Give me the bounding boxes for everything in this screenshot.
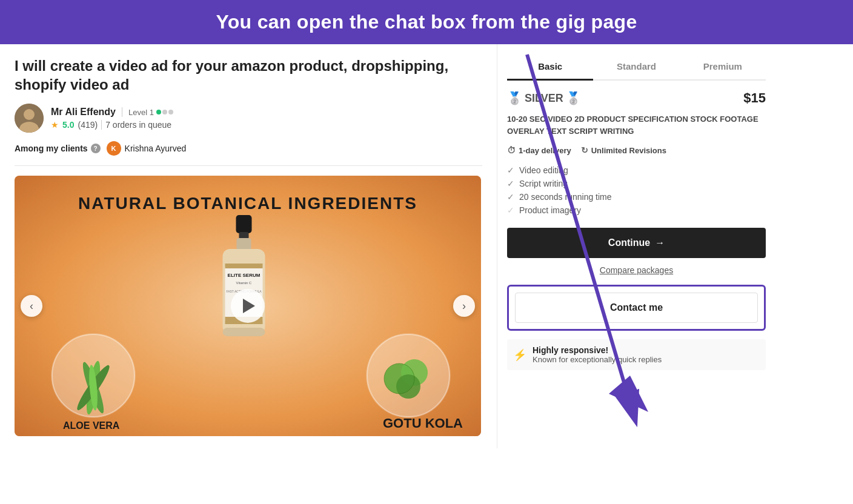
image-area: NATURAL BOTANICAL INGREDIENTS bbox=[15, 176, 481, 436]
review-count: (419) bbox=[78, 120, 98, 130]
contact-button[interactable]: Contact me bbox=[515, 293, 758, 323]
tab-standard[interactable]: Standard bbox=[593, 54, 679, 81]
features-list: ✓ Video editing ✓ Script writing ✓ 20 se… bbox=[507, 164, 766, 217]
feature-item: ✓ Script writing bbox=[507, 177, 766, 190]
price: $15 bbox=[743, 90, 766, 106]
dot-1 bbox=[156, 110, 161, 114]
seller-info: Mr Ali Effendy Level 1 ★ bbox=[15, 104, 482, 133]
svg-point-22 bbox=[396, 374, 420, 399]
product-bottle: ELITE SERUM Vitamin C FAST ACTING FORMUL… bbox=[205, 215, 284, 360]
plant-circle-left bbox=[51, 333, 136, 418]
seller-details: Mr Ali Effendy Level 1 ★ bbox=[51, 107, 173, 130]
responsive-badge: ⚡ Highly responsive! Known for exception… bbox=[507, 339, 766, 370]
dot-2 bbox=[162, 110, 167, 114]
silver-badge: 🥈 SILVER 🥈 bbox=[507, 91, 581, 105]
responsive-title: Highly responsive! bbox=[533, 345, 662, 355]
feature-item: ✓ 20 seconds running time bbox=[507, 190, 766, 204]
right-panel: Basic Standard Premium 🥈 SILVER 🥈 $15 10… bbox=[497, 44, 775, 448]
orders-queue: 7 orders in queue bbox=[105, 120, 171, 130]
gig-title: I will create a video ad for your amazon… bbox=[15, 56, 482, 94]
package-desc: 10-20 SEC VIDEO 2D PRODUCT SPECIFICATION… bbox=[507, 113, 766, 137]
banner-text: You can open the chat box from the gig p… bbox=[216, 11, 637, 33]
divider bbox=[122, 107, 122, 117]
seller-name-row: Mr Ali Effendy Level 1 bbox=[51, 107, 173, 118]
svg-text:Vitamin C: Vitamin C bbox=[236, 281, 253, 285]
prev-arrow[interactable]: ‹ bbox=[21, 295, 42, 317]
package-header: 🥈 SILVER 🥈 $15 bbox=[507, 90, 766, 106]
dot-3 bbox=[168, 110, 173, 114]
continue-button[interactable]: Continue → bbox=[507, 228, 766, 258]
plant-label-left: ALOE VERA bbox=[63, 420, 119, 431]
svg-rect-13 bbox=[223, 328, 265, 336]
client-avatar: K bbox=[107, 141, 121, 156]
medal-icon-2: 🥈 bbox=[566, 91, 581, 105]
star-icon: ★ bbox=[51, 120, 59, 130]
client-badge: K Krishna Ayurved bbox=[107, 141, 187, 156]
revisions-meta: ↻ Unlimited Revisions bbox=[581, 145, 666, 155]
contact-btn-container: Contact me bbox=[507, 285, 766, 331]
package-tabs: Basic Standard Premium bbox=[507, 54, 766, 81]
feature-item: ✓ Video editing bbox=[507, 164, 766, 177]
left-panel: I will create a video ad for your amazon… bbox=[0, 44, 497, 448]
check-icon-inactive: ✓ bbox=[507, 205, 514, 215]
svg-rect-5 bbox=[237, 238, 251, 250]
main-content: I will create a video ad for your amazon… bbox=[0, 44, 853, 448]
clients-label: Among my clients ? bbox=[15, 144, 101, 153]
responsive-text: Highly responsive! Known for exceptional… bbox=[533, 345, 662, 364]
tab-basic[interactable]: Basic bbox=[507, 54, 593, 81]
level-dots bbox=[156, 110, 173, 114]
next-arrow[interactable]: › bbox=[453, 295, 475, 317]
seller-level: Level 1 bbox=[128, 108, 173, 117]
seller-rating: ★ 5.0 (419) 7 orders in queue bbox=[51, 120, 173, 130]
feature-item: ✓ Product imagery bbox=[507, 204, 766, 217]
svg-point-1 bbox=[24, 109, 35, 120]
top-banner: You can open the chat box from the gig p… bbox=[0, 0, 853, 44]
package-meta: ⏱ 1-day delivery ↻ Unlimited Revisions bbox=[507, 145, 766, 155]
plant-label-right: GOTU KOLA bbox=[383, 416, 463, 431]
avatar bbox=[15, 104, 44, 133]
delivery-meta: ⏱ 1-day delivery bbox=[507, 145, 571, 155]
clock-icon: ⏱ bbox=[507, 145, 516, 155]
rating-value: 5.0 bbox=[62, 120, 74, 130]
refresh-icon: ↻ bbox=[581, 145, 588, 155]
client-name: Krishna Ayurved bbox=[125, 144, 187, 153]
svg-rect-8 bbox=[225, 264, 263, 268]
page-wrapper: You can open the chat box from the gig p… bbox=[0, 0, 853, 504]
responsive-sub: Known for exceptionally quick replies bbox=[533, 355, 662, 364]
check-icon: ✓ bbox=[507, 179, 514, 188]
lightning-icon: ⚡ bbox=[513, 348, 526, 362]
play-button[interactable] bbox=[231, 289, 265, 323]
svg-rect-3 bbox=[236, 215, 252, 233]
clients-row: Among my clients ? K Krishna Ayurved bbox=[15, 141, 482, 166]
check-icon: ✓ bbox=[507, 192, 514, 202]
svg-text:ELITE SERUM: ELITE SERUM bbox=[228, 273, 261, 278]
info-icon[interactable]: ? bbox=[91, 144, 101, 153]
seller-name[interactable]: Mr Ali Effendy bbox=[51, 107, 116, 118]
compare-link[interactable]: Compare packages bbox=[507, 265, 766, 275]
play-icon bbox=[243, 299, 255, 313]
check-icon: ✓ bbox=[507, 165, 514, 175]
tab-premium[interactable]: Premium bbox=[680, 54, 766, 81]
divider-2 bbox=[101, 120, 102, 130]
medal-icon: 🥈 bbox=[507, 91, 522, 105]
image-title: NATURAL BOTANICAL INGREDIENTS bbox=[15, 194, 481, 213]
arrow-right-icon: → bbox=[655, 237, 665, 248]
plant-circle-right bbox=[366, 333, 451, 418]
